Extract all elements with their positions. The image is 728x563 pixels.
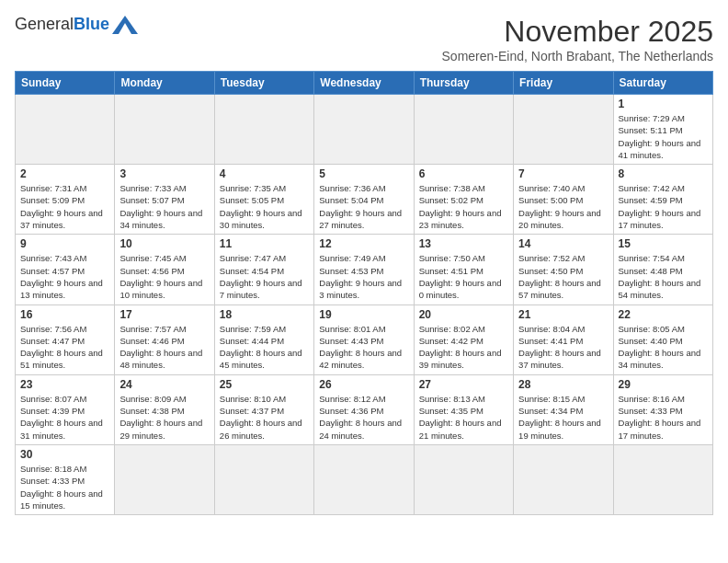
day-info: Sunrise: 7:54 AMSunset: 4:48 PMDaylight:… (619, 252, 708, 301)
day-info: Sunrise: 7:33 AMSunset: 5:07 PMDaylight:… (119, 182, 209, 231)
calendar-day-cell (214, 95, 313, 165)
calendar-day-cell: 6Sunrise: 7:38 AMSunset: 5:02 PMDaylight… (414, 165, 513, 235)
calendar-day-cell: 17Sunrise: 7:57 AMSunset: 4:46 PMDayligh… (115, 304, 214, 374)
calendar-day-cell: 16Sunrise: 7:56 AMSunset: 4:47 PMDayligh… (16, 304, 115, 374)
day-info: Sunrise: 7:47 AMSunset: 4:54 PMDaylight:… (220, 252, 309, 301)
calendar-day-cell: 12Sunrise: 7:49 AMSunset: 4:53 PMDayligh… (314, 235, 414, 304)
day-info: Sunrise: 7:36 AMSunset: 5:04 PMDaylight:… (319, 182, 408, 231)
day-number: 11 (220, 237, 309, 250)
day-info: Sunrise: 8:10 AMSunset: 4:37 PMDaylight:… (220, 393, 309, 442)
calendar-day-cell (16, 95, 115, 165)
day-number: 23 (20, 378, 109, 391)
day-info: Sunrise: 8:05 AMSunset: 4:40 PMDaylight:… (619, 323, 708, 372)
day-number: 8 (619, 167, 708, 180)
day-info: Sunrise: 8:16 AMSunset: 4:33 PMDaylight:… (619, 393, 708, 442)
day-number: 30 (20, 448, 109, 461)
day-number: 17 (119, 308, 209, 321)
day-info: Sunrise: 7:52 AMSunset: 4:50 PMDaylight:… (518, 252, 608, 301)
day-info: Sunrise: 8:01 AMSunset: 4:43 PMDaylight:… (319, 323, 408, 372)
title-area: November 2025 Someren-Eind, North Braban… (442, 15, 713, 63)
calendar-day-cell (414, 444, 513, 514)
calendar-day-cell: 21Sunrise: 8:04 AMSunset: 4:41 PMDayligh… (514, 304, 613, 374)
day-number: 10 (119, 237, 209, 250)
calendar-day-cell: 11Sunrise: 7:47 AMSunset: 4:54 PMDayligh… (214, 235, 313, 304)
day-info: Sunrise: 8:09 AMSunset: 4:38 PMDaylight:… (119, 393, 209, 442)
weekday-header-wednesday: Wednesday (314, 72, 414, 95)
calendar-day-cell: 30Sunrise: 8:18 AMSunset: 4:33 PMDayligh… (16, 444, 115, 514)
day-info: Sunrise: 7:45 AMSunset: 4:56 PMDaylight:… (119, 252, 209, 301)
day-number: 19 (319, 308, 408, 321)
calendar-day-cell: 26Sunrise: 8:12 AMSunset: 4:36 PMDayligh… (314, 374, 414, 444)
day-info: Sunrise: 8:04 AMSunset: 4:41 PMDaylight:… (518, 323, 608, 372)
day-number: 2 (20, 167, 109, 180)
calendar-day-cell: 1Sunrise: 7:29 AMSunset: 5:11 PMDaylight… (613, 95, 712, 165)
calendar-day-cell: 28Sunrise: 8:15 AMSunset: 4:34 PMDayligh… (514, 374, 613, 444)
weekday-header-friday: Friday (514, 72, 613, 95)
calendar-day-cell: 5Sunrise: 7:36 AMSunset: 5:04 PMDaylight… (314, 165, 414, 235)
day-info: Sunrise: 8:18 AMSunset: 4:33 PMDaylight:… (20, 463, 109, 511)
calendar-day-cell: 7Sunrise: 7:40 AMSunset: 5:00 PMDaylight… (514, 165, 613, 235)
calendar-week-row: 30Sunrise: 8:18 AMSunset: 4:33 PMDayligh… (16, 444, 713, 514)
calendar-day-cell: 20Sunrise: 8:02 AMSunset: 4:42 PMDayligh… (414, 304, 513, 374)
logo: General Blue (15, 15, 138, 34)
calendar-day-cell: 4Sunrise: 7:35 AMSunset: 5:05 PMDaylight… (214, 165, 313, 235)
weekday-header-tuesday: Tuesday (214, 72, 313, 95)
calendar-day-cell: 10Sunrise: 7:45 AMSunset: 4:56 PMDayligh… (115, 235, 214, 304)
day-number: 26 (319, 378, 408, 391)
calendar-day-cell: 24Sunrise: 8:09 AMSunset: 4:38 PMDayligh… (115, 374, 214, 444)
day-info: Sunrise: 7:35 AMSunset: 5:05 PMDaylight:… (220, 182, 309, 231)
day-number: 18 (220, 308, 309, 321)
logo-icon (112, 16, 138, 34)
day-info: Sunrise: 7:50 AMSunset: 4:51 PMDaylight:… (419, 252, 508, 301)
day-number: 4 (220, 167, 309, 180)
calendar-day-cell: 15Sunrise: 7:54 AMSunset: 4:48 PMDayligh… (613, 235, 712, 304)
weekday-header-sunday: Sunday (16, 72, 115, 95)
day-info: Sunrise: 7:43 AMSunset: 4:57 PMDaylight:… (20, 252, 109, 301)
day-info: Sunrise: 8:02 AMSunset: 4:42 PMDaylight:… (419, 323, 508, 372)
calendar-day-cell: 8Sunrise: 7:42 AMSunset: 4:59 PMDaylight… (613, 165, 712, 235)
location-title: Someren-Eind, North Brabant, The Netherl… (442, 49, 713, 63)
day-number: 1 (619, 98, 708, 110)
month-title: November 2025 (442, 15, 713, 49)
calendar-week-row: 23Sunrise: 8:07 AMSunset: 4:39 PMDayligh… (16, 374, 713, 444)
day-number: 28 (518, 378, 608, 391)
calendar-week-row: 9Sunrise: 7:43 AMSunset: 4:57 PMDaylight… (16, 235, 713, 304)
calendar-day-cell (514, 95, 613, 165)
calendar-day-cell: 2Sunrise: 7:31 AMSunset: 5:09 PMDaylight… (16, 165, 115, 235)
calendar-day-cell (115, 95, 214, 165)
day-number: 3 (119, 167, 209, 180)
logo-blue-text: Blue (74, 15, 109, 34)
day-number: 22 (619, 308, 708, 321)
calendar-day-cell: 9Sunrise: 7:43 AMSunset: 4:57 PMDaylight… (16, 235, 115, 304)
day-info: Sunrise: 7:42 AMSunset: 4:59 PMDaylight:… (619, 182, 708, 231)
calendar-day-cell: 29Sunrise: 8:16 AMSunset: 4:33 PMDayligh… (613, 374, 712, 444)
day-info: Sunrise: 7:29 AMSunset: 5:11 PMDaylight:… (619, 112, 708, 161)
calendar-day-cell: 18Sunrise: 7:59 AMSunset: 4:44 PMDayligh… (214, 304, 313, 374)
day-number: 20 (419, 308, 508, 321)
day-info: Sunrise: 7:49 AMSunset: 4:53 PMDaylight:… (319, 252, 408, 301)
calendar-table: SundayMondayTuesdayWednesdayThursdayFrid… (15, 71, 713, 515)
calendar-week-row: 16Sunrise: 7:56 AMSunset: 4:47 PMDayligh… (16, 304, 713, 374)
calendar-day-cell: 14Sunrise: 7:52 AMSunset: 4:50 PMDayligh… (514, 235, 613, 304)
day-number: 15 (619, 237, 708, 250)
day-info: Sunrise: 8:15 AMSunset: 4:34 PMDaylight:… (518, 393, 608, 442)
calendar-day-cell (414, 95, 513, 165)
calendar-day-cell (115, 444, 214, 514)
day-info: Sunrise: 7:31 AMSunset: 5:09 PMDaylight:… (20, 182, 109, 231)
calendar-day-cell: 27Sunrise: 8:13 AMSunset: 4:35 PMDayligh… (414, 374, 513, 444)
day-info: Sunrise: 8:07 AMSunset: 4:39 PMDaylight:… (20, 393, 109, 442)
calendar-week-row: 1Sunrise: 7:29 AMSunset: 5:11 PMDaylight… (16, 95, 713, 165)
day-number: 12 (319, 237, 408, 250)
calendar-day-cell: 13Sunrise: 7:50 AMSunset: 4:51 PMDayligh… (414, 235, 513, 304)
day-number: 25 (220, 378, 309, 391)
calendar-day-cell: 25Sunrise: 8:10 AMSunset: 4:37 PMDayligh… (214, 374, 313, 444)
day-info: Sunrise: 7:57 AMSunset: 4:46 PMDaylight:… (119, 323, 209, 372)
day-number: 13 (419, 237, 508, 250)
page-header: General Blue November 2025 Someren-Eind,… (15, 15, 713, 63)
day-number: 7 (518, 167, 608, 180)
weekday-header-monday: Monday (115, 72, 214, 95)
calendar-day-cell: 22Sunrise: 8:05 AMSunset: 4:40 PMDayligh… (613, 304, 712, 374)
calendar-day-cell (613, 444, 712, 514)
day-info: Sunrise: 8:13 AMSunset: 4:35 PMDaylight:… (419, 393, 508, 442)
day-number: 9 (20, 237, 109, 250)
